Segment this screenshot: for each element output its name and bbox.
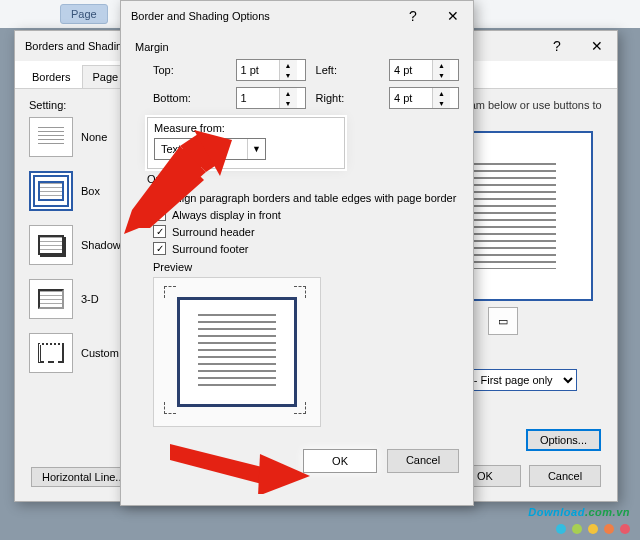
measure-from-label: Measure from: (154, 122, 338, 134)
watermark-dot (572, 524, 582, 534)
cb-footer-row[interactable]: ✓ Surround footer (153, 242, 459, 255)
opt-ok-button[interactable]: OK (303, 449, 377, 473)
measure-from-value: Text (155, 143, 247, 155)
spin-up-icon[interactable]: ▲ (433, 60, 450, 70)
ribbon-group-page: Page (60, 4, 108, 24)
watermark-dot (604, 524, 614, 534)
top-label: Top: (153, 64, 226, 76)
cb-always-row[interactable]: ✓ Always display in front (153, 208, 459, 221)
options-section-label: Options (147, 173, 459, 185)
watermark-dot (556, 524, 566, 534)
right-label: Right: (316, 92, 379, 104)
bottom-spinner[interactable]: ▲▼ (236, 87, 306, 109)
watermark-dot (620, 524, 630, 534)
margin-section-label: Margin (135, 41, 459, 53)
right-input[interactable] (390, 88, 432, 108)
cb-header-row[interactable]: ✓ Surround header (153, 225, 459, 238)
watermark-dot (588, 524, 598, 534)
spin-up-icon[interactable]: ▲ (433, 88, 450, 98)
border-shading-options-dialog: Border and Shading Options ? ✕ Margin To… (120, 0, 474, 506)
spin-down-icon[interactable]: ▼ (280, 98, 297, 108)
spin-up-icon[interactable]: ▲ (280, 60, 297, 70)
right-spinner[interactable]: ▲▼ (389, 87, 459, 109)
spin-down-icon[interactable]: ▼ (433, 70, 450, 80)
left-input[interactable] (390, 60, 432, 80)
checkbox-checked-icon: ✓ (153, 225, 166, 238)
opt-help-button[interactable]: ? (393, 1, 433, 31)
bs-close-button[interactable]: ✕ (577, 31, 617, 61)
opt-preview-page-icon (177, 297, 297, 407)
left-label: Left: (316, 64, 379, 76)
opt-title: Border and Shading Options (131, 10, 270, 22)
checkbox-icon (153, 191, 166, 204)
opt-close-button[interactable]: ✕ (433, 1, 473, 31)
opt-cancel-button[interactable]: Cancel (387, 449, 459, 473)
tab-borders[interactable]: Borders (21, 65, 82, 88)
bottom-input[interactable] (237, 88, 279, 108)
left-spinner[interactable]: ▲▼ (389, 59, 459, 81)
border-bottom-icon: ▭ (498, 315, 508, 328)
opt-titlebar[interactable]: Border and Shading Options ? ✕ (121, 1, 473, 31)
watermark: Download.com.vn (528, 500, 630, 534)
bottom-label: Bottom: (153, 92, 226, 104)
bs-options-button[interactable]: Options... (526, 429, 601, 451)
checkbox-checked-icon: ✓ (153, 208, 166, 221)
measure-from-highlight: Measure from: Text ▼ (147, 117, 345, 169)
spin-down-icon[interactable]: ▼ (433, 98, 450, 108)
bs-title: Borders and Shading (25, 40, 128, 52)
chevron-down-icon: ▼ (247, 139, 265, 159)
top-input[interactable] (237, 60, 279, 80)
watermark-brand-left: Download (528, 506, 585, 518)
spin-up-icon[interactable]: ▲ (280, 88, 297, 98)
top-spinner[interactable]: ▲▼ (236, 59, 306, 81)
opt-preview-frame (153, 277, 321, 427)
checkbox-checked-icon: ✓ (153, 242, 166, 255)
measure-from-dropdown[interactable]: Text ▼ (154, 138, 266, 160)
opt-preview-label: Preview (153, 261, 459, 273)
watermark-brand-right: .com.vn (585, 506, 630, 518)
bs-help-button[interactable]: ? (537, 31, 577, 61)
bs-border-bottom-button[interactable]: ▭ (488, 307, 518, 335)
spin-down-icon[interactable]: ▼ (280, 70, 297, 80)
bs-cancel-button[interactable]: Cancel (529, 465, 601, 487)
cb-align-row[interactable]: Align paragraph borders and table edges … (153, 191, 459, 204)
